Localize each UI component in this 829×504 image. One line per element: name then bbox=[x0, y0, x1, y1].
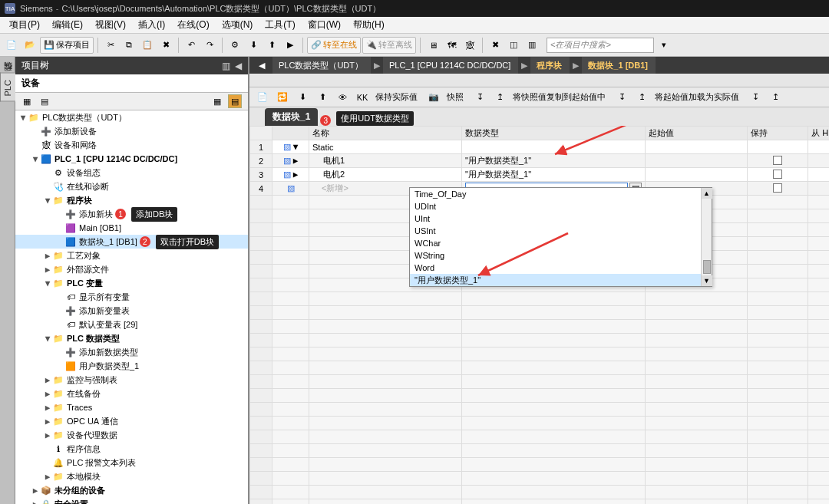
tree-twist-icon[interactable]: ▶ bbox=[31, 486, 40, 496]
save-project-button[interactable]: 💾 保存项目 bbox=[40, 37, 94, 54]
breadcrumb-item[interactable]: PLC_1 [CPU 1214C DC/DC/DC] bbox=[383, 57, 518, 74]
tree-node-用户数据类型_1[interactable]: 🟧用户数据类型_1 bbox=[15, 359, 248, 373]
tree-node-程序信息[interactable]: ℹ程序信息 bbox=[15, 442, 248, 456]
tree-node-在线备份[interactable]: ▶📁在线备份 bbox=[15, 387, 248, 400]
table-row[interactable]: 1▧ ▼Static bbox=[250, 140, 830, 154]
tree-tbtn1-icon[interactable]: ▦ bbox=[20, 94, 34, 108]
tree-twist-icon[interactable]: ▼ bbox=[43, 196, 52, 206]
table-row[interactable]: 3▧ ▶ 电机2"用户数据类型_1" bbox=[250, 168, 830, 182]
paste-icon[interactable]: 📋 bbox=[139, 37, 156, 54]
compile-icon[interactable]: ⚙ bbox=[226, 37, 243, 54]
etb-icon2[interactable]: 🔁 bbox=[274, 89, 291, 106]
etb-copy2-icon[interactable]: ↥ bbox=[491, 89, 508, 106]
device-view-icon[interactable]: 🖥 bbox=[424, 37, 441, 54]
tree-node-设备和网络[interactable]: 🕸设备和网络 bbox=[15, 138, 248, 152]
tree-node-添加新块[interactable]: ➕添加新块1添加DB块 bbox=[15, 207, 248, 221]
tree-twist-icon[interactable]: ▶ bbox=[43, 251, 52, 261]
breadcrumb-item[interactable]: PLC数据类型（UDT） bbox=[272, 57, 371, 74]
tree-grid-icon[interactable]: ▦ bbox=[210, 94, 224, 108]
scroll-thumb[interactable] bbox=[703, 260, 711, 274]
open-project-icon[interactable]: 📂 bbox=[21, 37, 38, 54]
tree-node-设备代理数据[interactable]: ▶📁设备代理数据 bbox=[15, 428, 248, 442]
tree-node-plc_1cpu1214cdc/dc/dc[interactable]: ▼🟦PLC_1 [CPU 1214C DC/DC/DC] bbox=[15, 152, 248, 166]
tree-node-监控与强制表[interactable]: ▶📁监控与强制表 bbox=[15, 373, 248, 387]
cell-type[interactable] bbox=[462, 140, 646, 154]
etb-icon5[interactable]: 👁 bbox=[334, 89, 351, 106]
type-dropdown[interactable]: Time_Of_DayUDIntUIntUSIntWCharWStringWor… bbox=[409, 187, 712, 287]
cell-c1[interactable] bbox=[808, 182, 829, 196]
menu-在线o[interactable]: 在线(O) bbox=[171, 18, 215, 31]
cell-c1[interactable] bbox=[808, 140, 829, 154]
cell-type[interactable]: "用户数据类型_1" bbox=[462, 168, 646, 182]
dropdown-scrollbar[interactable]: ▲ ▼ bbox=[701, 188, 712, 286]
upload-icon[interactable]: ⬆ bbox=[263, 37, 280, 54]
etb-snap-icon[interactable]: 📷 bbox=[425, 89, 442, 106]
cell-name[interactable]: 电机1 bbox=[309, 154, 461, 168]
split2-icon[interactable]: ▥ bbox=[523, 37, 540, 54]
tree-twist-icon[interactable]: ▶ bbox=[43, 403, 52, 413]
tree-twist-icon[interactable]: ▶ bbox=[31, 499, 40, 505]
tree-node-安全设置[interactable]: ▶🔒安全设置 bbox=[15, 497, 248, 504]
go-offline-button[interactable]: 🔌 转至离线 bbox=[362, 37, 416, 54]
tree-node-plc报警文本列表[interactable]: 🔔PLC 报警文本列表 bbox=[15, 456, 248, 469]
breadcrumb-item[interactable]: 程序块 bbox=[530, 57, 570, 74]
etb-load1-icon[interactable]: ↧ bbox=[613, 89, 630, 106]
tree-twist-icon[interactable]: ▶ bbox=[43, 472, 52, 482]
cut-icon[interactable]: ✂ bbox=[102, 37, 119, 54]
row-icon[interactable]: ▧ ▶ bbox=[272, 154, 309, 168]
dropdown-item[interactable]: WChar bbox=[410, 237, 712, 249]
db-tab[interactable]: 数据块_1 bbox=[265, 108, 318, 126]
dropdown-item[interactable]: UInt bbox=[410, 212, 712, 225]
table-row[interactable]: 2▧ ▶ 电机1"用户数据类型_1" bbox=[250, 154, 830, 168]
cell-c1[interactable] bbox=[808, 168, 829, 182]
etb-load2-icon[interactable]: ↥ bbox=[633, 89, 650, 106]
tree-twist-icon[interactable]: ▼ bbox=[43, 278, 52, 288]
tree-twist-icon[interactable]: ▶ bbox=[43, 417, 52, 427]
checkbox[interactable] bbox=[773, 170, 782, 179]
dropdown-item[interactable]: WString bbox=[410, 249, 712, 262]
tree-node-程序块[interactable]: ▼📁程序块 bbox=[15, 193, 248, 207]
cell-start[interactable] bbox=[645, 140, 747, 154]
tree-node-plc数据类型[interactable]: ▼📁PLC 数据类型 bbox=[15, 331, 248, 345]
menu-项目p[interactable]: 项目(P) bbox=[3, 18, 46, 31]
tree-node-添加新数据类型[interactable]: ➕添加新数据类型 bbox=[15, 345, 248, 359]
tree-node-plc数据类型udt[interactable]: ▼📁PLC数据类型（UDT） bbox=[15, 110, 248, 124]
copy-icon[interactable]: ⧉ bbox=[121, 37, 137, 54]
menu-选项n[interactable]: 选项(N) bbox=[216, 18, 259, 31]
menu-工具t[interactable]: 工具(T) bbox=[259, 18, 301, 31]
col-header[interactable]: 保持 bbox=[747, 127, 808, 140]
scroll-down-icon[interactable]: ▼ bbox=[702, 275, 712, 286]
col-header[interactable]: 数据类型 bbox=[462, 127, 646, 140]
cell-retain[interactable] bbox=[747, 140, 808, 154]
keep-actual-label[interactable]: 保持实际值 bbox=[375, 91, 418, 103]
download-icon[interactable]: ⬇ bbox=[245, 37, 262, 54]
tree-node-添加新变量表[interactable]: ➕添加新变量表 bbox=[15, 304, 248, 318]
cell-retain[interactable] bbox=[747, 182, 808, 196]
tree-twist-icon[interactable]: ▶ bbox=[43, 389, 52, 399]
cell-name[interactable]: 电机2 bbox=[309, 168, 461, 182]
etb-icon4[interactable]: ⬆ bbox=[314, 89, 331, 106]
etb-last1-icon[interactable]: ↧ bbox=[747, 89, 764, 106]
simulate-icon[interactable]: ▶ bbox=[282, 37, 299, 54]
dropdown-item[interactable]: "用户数据类型_1" bbox=[410, 274, 712, 286]
tree-tbtn2-icon[interactable]: ▤ bbox=[38, 94, 51, 108]
cell-type[interactable]: "用户数据类型_1" bbox=[462, 154, 646, 168]
load-start-label[interactable]: 将起始值加载为实际值 bbox=[655, 91, 739, 103]
new-project-icon[interactable]: 📄 bbox=[3, 37, 20, 54]
col-header[interactable]: 起始值 bbox=[645, 127, 747, 140]
tree-node-外部源文件[interactable]: ▶📁外部源文件 bbox=[15, 262, 248, 276]
tree-node-未分组的设备[interactable]: ▶📦未分组的设备 bbox=[15, 483, 248, 497]
cell-start[interactable] bbox=[645, 154, 747, 168]
snapshot-label[interactable]: 快照 bbox=[447, 91, 464, 103]
copy-snapshot-label[interactable]: 将快照值复制到起始值中 bbox=[513, 91, 606, 103]
tree-expand-icon[interactable]: ▤ bbox=[228, 94, 242, 108]
cell-c1[interactable] bbox=[808, 154, 829, 168]
etb-last2-icon[interactable]: ↥ bbox=[767, 89, 784, 106]
tree-node-工艺对象[interactable]: ▶📁工艺对象 bbox=[15, 249, 248, 262]
pin-icon[interactable]: ▥ bbox=[222, 61, 230, 71]
topology-icon[interactable]: 🗺 bbox=[443, 37, 460, 54]
undo-icon[interactable]: ↶ bbox=[183, 37, 200, 54]
checkbox[interactable] bbox=[773, 156, 782, 165]
tree-node-添加新设备[interactable]: ➕添加新设备 bbox=[15, 124, 248, 138]
tree-node-opcua通信[interactable]: ▶📁OPC UA 通信 bbox=[15, 414, 248, 428]
